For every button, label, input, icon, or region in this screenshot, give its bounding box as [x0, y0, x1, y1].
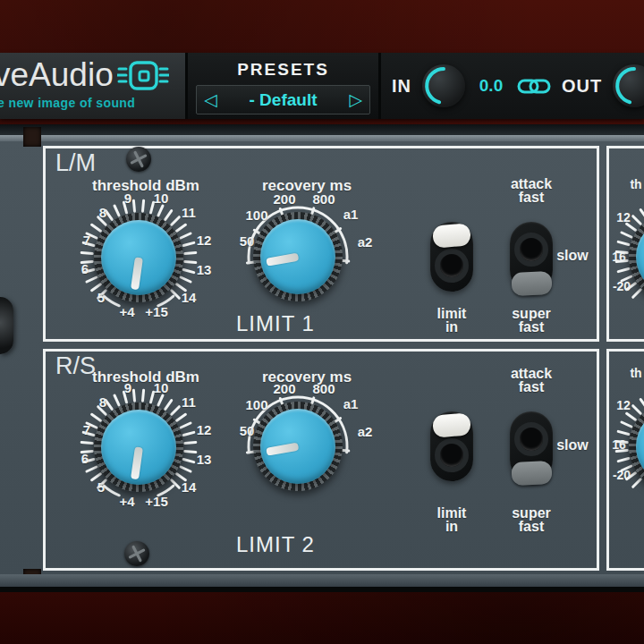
limit-in-label: limitin: [437, 307, 467, 334]
attack-slow-label: slow: [556, 249, 589, 262]
io-section: IN 0.0 OUT: [381, 53, 644, 119]
limit-section-label: LIMIT 1: [236, 311, 315, 336]
channel-section-lm: L/M threshold dBm 5 6 7 8 9 10 11 12 13: [43, 146, 599, 342]
threshold-knob[interactable]: 5 6 7 8 9 10 11 12 13 14 +4 +15: [94, 402, 183, 492]
header-bar: veAudio e new image of sound PRESETS ◁ -…: [0, 53, 644, 119]
screw-icon: [124, 541, 149, 566]
limit-section-label: LIMIT 2: [236, 532, 315, 557]
scale-label: a1: [343, 396, 359, 411]
scale-label: 10: [154, 191, 169, 206]
scale-label: 7: [83, 422, 90, 437]
switch-ring: [514, 422, 548, 456]
input-label: IN: [392, 76, 411, 97]
recovery-knob[interactable]: 50 100 200 800 a1 a2: [253, 212, 343, 301]
scale-min-label: +4: [119, 494, 134, 509]
attack-slow-label: slow: [556, 438, 589, 452]
input-gain-knob[interactable]: [422, 64, 465, 107]
partial-knob[interactable]: [629, 402, 644, 491]
scale-label: 5: [97, 290, 105, 305]
scale-label: 13: [197, 452, 212, 467]
scale-label: 11: [182, 205, 196, 220]
attack-fast-label: attackfast: [511, 367, 552, 394]
input-gain-arc: [422, 64, 465, 107]
scale-label: 8: [99, 205, 106, 220]
recovery-knob[interactable]: 50 100 200 800 a1 a2: [253, 402, 343, 491]
preset-selector[interactable]: ◁ - Default ▷: [196, 85, 370, 114]
limit-in-switch[interactable]: [430, 411, 473, 481]
output-label: OUT: [562, 76, 602, 97]
scale-max-label: +15: [145, 494, 167, 509]
chip-icon: [117, 59, 169, 98]
switch-cap-up: [432, 223, 471, 249]
switch-cap-down: [511, 461, 552, 486]
limit-in-switch[interactable]: [430, 222, 473, 292]
preset-value[interactable]: - Default: [250, 90, 318, 110]
scale-label: 100: [245, 397, 267, 412]
attack-superfast-label: superfast: [512, 307, 551, 334]
scale-label: 8: [99, 394, 106, 410]
rack-top-bevel: [0, 124, 644, 135]
scale-label: 6: [81, 451, 89, 466]
rack-top-highlight: [0, 135, 644, 141]
switch-ring: [514, 233, 548, 267]
scale-label: 10: [154, 380, 169, 395]
channel-label: L/M: [55, 149, 96, 177]
presets-section: PRESETS ◁ - Default ▷: [185, 53, 381, 119]
scale-label: a2: [358, 234, 373, 250]
output-gain-arc: [613, 64, 644, 107]
scale-min-label: +4: [119, 304, 134, 319]
attack-switch[interactable]: [510, 222, 553, 292]
rack-bottom-shadow: [0, 587, 644, 592]
switch-cap-up: [432, 412, 471, 438]
plugin-window: veAudio e new image of sound PRESETS ◁ -…: [0, 0, 644, 644]
adjacent-module-bottom: th 12 16 -20: [606, 349, 644, 571]
switch-cap-down: [511, 271, 552, 296]
partial-knob[interactable]: [629, 212, 644, 301]
scale-label: 50: [240, 233, 255, 249]
rack-corner-bracket: [23, 127, 41, 147]
scale-label: 800: [312, 191, 335, 207]
scale-label: 9: [124, 191, 131, 206]
scale-max-label: +15: [145, 304, 167, 319]
link-channels-icon[interactable]: [517, 75, 551, 97]
scale-label: 200: [273, 381, 295, 396]
adjacent-module-top: th 12 16 -20: [606, 146, 644, 342]
scale-label: 7: [83, 233, 90, 248]
gain-value[interactable]: 0.0: [476, 76, 506, 96]
screw-icon: [126, 147, 151, 172]
scale-label: 14: [182, 290, 197, 305]
scale-label: 13: [197, 262, 212, 277]
output-gain-knob[interactable]: [613, 64, 644, 107]
scale-label: a2: [358, 424, 373, 439]
scale-label: 200: [273, 191, 295, 207]
scale-label: 11: [182, 394, 196, 410]
threshold-knob[interactable]: 5 6 7 8 9 10 11 12 13 14 +4 +15: [94, 213, 183, 302]
preset-next-button[interactable]: ▷: [349, 91, 362, 108]
attack-superfast-label: superfast: [512, 506, 551, 533]
logo-section: veAudio e new image of sound: [0, 53, 185, 119]
scale-label: 12: [197, 422, 212, 437]
limit-in-label: limitin: [437, 506, 467, 533]
preset-prev-button[interactable]: ◁: [204, 91, 217, 108]
brand-logo: veAudio: [0, 56, 114, 94]
scale-label: 5: [97, 479, 105, 495]
scale-label: a1: [343, 207, 359, 222]
scale-label: 100: [245, 208, 267, 223]
rack-unit: L/M threshold dBm 5 6 7 8 9 10 11 12 13: [0, 124, 644, 592]
rack-handle: [0, 297, 13, 354]
channel-section-rs: R/S threshold dBm 5 6 7 8 9 10 11 12 13: [43, 349, 599, 571]
rack-bottom-bevel: [0, 574, 644, 587]
switch-ring: [435, 438, 469, 472]
scale-label: 12: [197, 233, 212, 248]
scale-label: 800: [312, 381, 335, 396]
presets-title: PRESETS: [188, 60, 378, 80]
scale-label: 14: [182, 479, 197, 495]
brand-tagline: e new image of sound: [0, 96, 135, 110]
scale-label: 50: [240, 423, 255, 438]
attack-switch[interactable]: [510, 411, 553, 481]
attack-fast-label: attackfast: [511, 177, 552, 204]
scale-label: 6: [81, 261, 89, 276]
switch-ring: [435, 249, 469, 283]
scale-label: 9: [124, 380, 131, 395]
